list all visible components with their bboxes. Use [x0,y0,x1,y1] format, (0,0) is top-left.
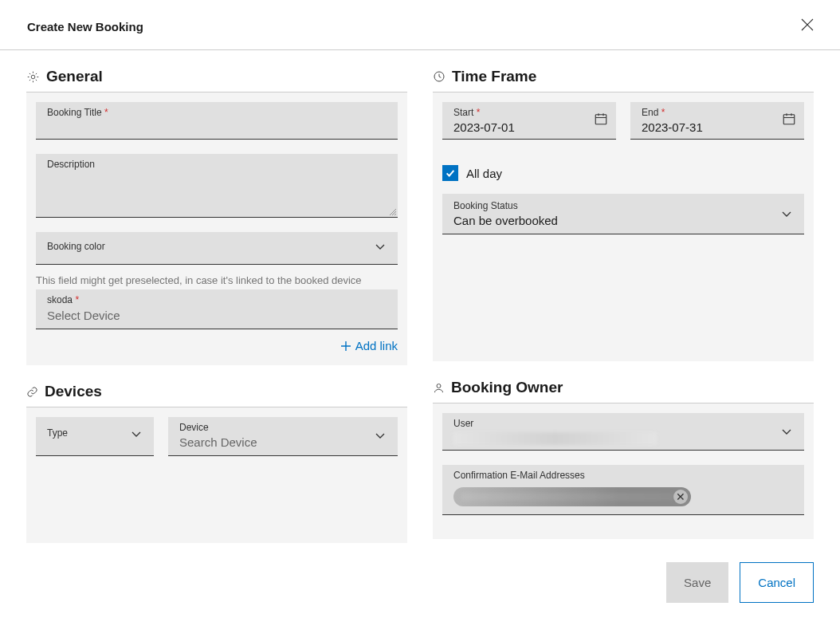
email-label: Confirmation E-Mail Addresses [453,470,793,481]
end-date-value: 2023-07-31 [642,120,703,134]
remove-chip-icon[interactable]: ✕ [673,490,688,504]
chevron-down-icon [780,425,793,438]
description-input[interactable] [47,171,388,185]
timeframe-title: Time Frame [452,68,536,85]
person-icon [433,382,445,394]
start-date-value: 2023-07-01 [453,120,515,134]
description-label: Description [47,159,388,170]
devices-title: Devices [45,383,102,400]
booking-title-input[interactable] [47,120,388,133]
confirmation-email-field[interactable]: Confirmation E-Mail Addresses ✕ [442,465,804,515]
save-button[interactable]: Save [666,562,728,603]
booking-title-field[interactable]: Booking Title * [36,102,398,140]
svg-point-0 [31,75,35,79]
device-placeholder: Search Device [179,435,257,449]
gear-icon [26,70,40,84]
devices-section: Devices Type Device Search Device [0,365,420,543]
user-field[interactable]: User [442,413,804,451]
start-label: Start [453,107,473,118]
modal-footer: Save Cancel [0,543,840,618]
skoda-label: skoda [47,294,73,305]
status-value: Can be overbooked [453,214,558,227]
svg-point-4 [437,384,441,388]
device-type-label: Type [47,427,68,439]
link-icon [26,386,38,398]
start-date-field[interactable]: Start * 2023-07-01 [442,102,616,140]
plus-icon [340,340,352,352]
svg-rect-2 [595,115,606,124]
svg-rect-3 [783,115,795,124]
booking-color-label: Booking color [47,241,105,252]
add-link-button[interactable]: Add link [36,329,398,356]
end-date-field[interactable]: End * 2023-07-31 [630,102,804,140]
timeframe-section: Time Frame Start * 2023-07-01 End * [420,50,840,361]
chevron-down-icon [374,429,387,442]
chevron-down-icon [130,427,143,440]
allday-checkbox[interactable] [442,165,458,181]
booking-status-field[interactable]: Booking Status Can be overbooked [442,194,804,234]
cancel-button[interactable]: Cancel [740,562,814,603]
description-field[interactable]: Description [36,154,398,218]
device-type-dropdown[interactable]: Type [36,417,154,456]
chevron-down-icon [374,240,387,253]
status-label: Booking Status [453,200,558,211]
clock-icon [433,70,446,83]
email-chip: ✕ [453,487,691,506]
calendar-icon[interactable] [782,112,796,129]
skoda-field[interactable]: skoda * Select Device [36,289,398,329]
email-chip-text-redacted [461,493,673,501]
device-search-dropdown[interactable]: Device Search Device [168,417,398,456]
general-title: General [46,68,103,85]
owner-section: Booking Owner User Confirmation E-Mail A… [420,361,840,539]
booking-color-field[interactable]: Booking color [36,232,398,265]
add-link-label: Add link [355,339,398,352]
modal-header: Create New Booking [0,0,840,50]
owner-title: Booking Owner [451,379,563,396]
user-label: User [453,418,657,429]
calendar-icon[interactable] [594,112,608,129]
chevron-down-icon [780,207,793,220]
allday-label: All day [466,167,502,180]
skoda-placeholder: Select Device [47,309,387,322]
booking-title-label: Booking Title [47,107,102,118]
resize-handle-icon [387,207,397,216]
user-value-redacted [453,432,657,445]
device-label: Device [179,422,257,433]
close-icon[interactable] [800,14,814,38]
end-label: End [642,107,658,118]
general-section: General Booking Title * Description Book… [0,50,420,365]
modal-title: Create New Booking [27,20,143,33]
color-helper-text: This field might get preselected, in cas… [36,270,398,289]
